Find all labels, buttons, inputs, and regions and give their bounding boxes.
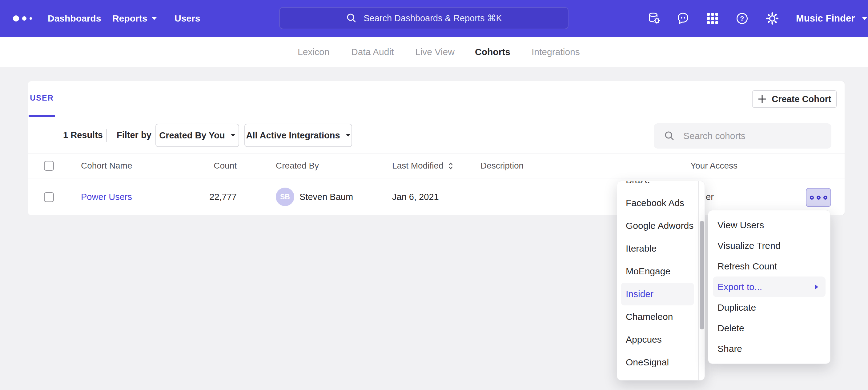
- top-navigation-bar: Dashboards Reports Users Search Dashboar…: [0, 0, 868, 37]
- column-header-count[interactable]: Count: [175, 154, 237, 178]
- menu-item-iterable[interactable]: Iterable: [617, 237, 696, 260]
- select-all-checkbox[interactable]: [44, 161, 54, 171]
- dot-icon: [816, 196, 820, 200]
- menu-item-onesignal[interactable]: OneSignal: [617, 351, 696, 374]
- row-more-actions-button[interactable]: [806, 188, 831, 207]
- tab-live-view[interactable]: Live View: [415, 37, 455, 67]
- nav-dashboards-label: Dashboards: [48, 13, 101, 24]
- plus-icon: [757, 94, 767, 104]
- submenu-arrow-icon: [814, 284, 819, 290]
- tab-lexicon[interactable]: Lexicon: [298, 37, 329, 67]
- tab-live-view-label: Live View: [415, 47, 455, 57]
- menu-item-braze[interactable]: Braze: [617, 181, 696, 192]
- menu-item-insider[interactable]: Insider: [621, 283, 694, 305]
- tab-cohorts-label: Cohorts: [475, 47, 510, 57]
- created-by-filter-dropdown[interactable]: Created By You: [155, 124, 239, 147]
- logo-dot-icon: [22, 16, 27, 21]
- cohorts-panel: USER Create Cohort 1 Results Filter by C…: [28, 81, 845, 215]
- global-search-placeholder: Search Dashboards & Reports ⌘K: [364, 13, 502, 23]
- scrollbar-track-divider: [698, 181, 699, 380]
- menu-item-export-to[interactable]: Export to...: [713, 277, 826, 297]
- nav-reports[interactable]: Reports: [112, 0, 157, 37]
- last-modified-label: Last Modified: [392, 161, 443, 171]
- global-search-input[interactable]: Search Dashboards & Reports ⌘K: [279, 7, 568, 29]
- menu-item-moengage[interactable]: MoEngage: [617, 260, 696, 283]
- dot-icon: [810, 196, 814, 200]
- last-modified-date: Jan 6, 2021: [392, 178, 439, 215]
- avatar: SB: [276, 188, 294, 206]
- menu-item-duplicate[interactable]: Duplicate: [708, 297, 830, 318]
- menu-item-view-users[interactable]: View Users: [708, 215, 830, 235]
- your-access-value-partial: er: [706, 178, 714, 215]
- tab-user-label: USER: [30, 94, 54, 102]
- results-count: 1 Results: [63, 117, 103, 153]
- nav-users[interactable]: Users: [175, 0, 200, 37]
- export-destinations-menu: Braze Facebook Ads Google Adwords Iterab…: [617, 181, 705, 381]
- menu-item-delete[interactable]: Delete: [708, 318, 830, 338]
- data-management-icon[interactable]: [647, 11, 661, 26]
- column-header-created-by[interactable]: Created By: [276, 154, 319, 178]
- tab-data-audit[interactable]: Data Audit: [351, 37, 394, 67]
- cohort-table-row: Power Users 22,777 SB Steven Baum Jan 6,…: [28, 178, 845, 215]
- export-to-label: Export to...: [717, 282, 762, 292]
- menu-item-facebook-ads[interactable]: Facebook Ads: [617, 192, 696, 215]
- cohorts-page: Dashboards Reports Users Search Dashboar…: [0, 0, 868, 390]
- project-switcher[interactable]: Music Finder: [796, 0, 868, 37]
- filter-by-label: Filter by: [117, 117, 151, 153]
- column-header-your-access[interactable]: Your Access: [690, 154, 738, 178]
- scrollbar-thumb[interactable]: [700, 221, 704, 329]
- divider: [106, 129, 107, 142]
- export-destinations-list: Braze Facebook Ads Google Adwords Iterab…: [617, 181, 696, 374]
- project-name: Music Finder: [796, 13, 855, 24]
- tab-user-cohorts[interactable]: USER: [29, 81, 55, 117]
- logo-dot-icon: [13, 15, 19, 22]
- settings-gear-icon[interactable]: [765, 11, 779, 26]
- chevron-down-icon: [862, 17, 868, 20]
- menu-item-chameleon[interactable]: Chameleon: [617, 305, 696, 328]
- cohort-count: 22,777: [175, 178, 237, 215]
- dot-icon: [824, 196, 827, 200]
- menu-item-google-adwords[interactable]: Google Adwords: [617, 215, 696, 237]
- search-icon: [346, 12, 358, 24]
- created-by-name: Steven Baum: [300, 178, 353, 215]
- app-logo[interactable]: [13, 0, 32, 37]
- tab-cohorts[interactable]: Cohorts: [475, 37, 510, 67]
- column-header-cohort-name[interactable]: Cohort Name: [81, 154, 132, 178]
- tab-integrations[interactable]: Integrations: [532, 37, 580, 67]
- integrations-filter-value: All Active Integrations: [246, 130, 340, 140]
- nav-reports-label: Reports: [112, 13, 147, 24]
- chevron-down-icon: [230, 134, 236, 137]
- column-header-description[interactable]: Description: [480, 154, 524, 178]
- tab-data-audit-label: Data Audit: [351, 47, 394, 57]
- chevron-down-icon: [346, 134, 350, 137]
- sort-icon: [448, 162, 454, 170]
- integrations-filter-dropdown[interactable]: All Active Integrations: [244, 124, 352, 147]
- created-by-filter-value: Created By You: [159, 130, 225, 140]
- apps-grid-icon[interactable]: [706, 11, 720, 26]
- menu-item-visualize-trend[interactable]: Visualize Trend: [708, 235, 830, 256]
- table-header-row: Cohort Name Count Created By Last Modifi…: [28, 154, 845, 178]
- svg-text:?: ?: [740, 15, 744, 23]
- cohort-search-input[interactable]: [654, 123, 831, 149]
- nav-users-label: Users: [175, 13, 200, 24]
- create-cohort-label: Create Cohort: [772, 94, 831, 104]
- nav-dashboards[interactable]: Dashboards: [48, 0, 101, 37]
- help-icon[interactable]: ?: [735, 11, 749, 26]
- tab-integrations-label: Integrations: [532, 47, 580, 57]
- cohort-search: [654, 123, 831, 149]
- feedback-chat-icon[interactable]: [676, 11, 690, 26]
- row-checkbox[interactable]: [44, 192, 54, 202]
- menu-item-share[interactable]: Share: [708, 338, 830, 359]
- tab-lexicon-label: Lexicon: [298, 47, 329, 57]
- section-tabs: Lexicon Data Audit Live View Cohorts Int…: [0, 37, 868, 67]
- filters-row: 1 Results Filter by Created By You All A…: [28, 117, 845, 153]
- create-cohort-button[interactable]: Create Cohort: [752, 90, 837, 108]
- logo-dot-icon: [30, 17, 32, 20]
- menu-item-refresh-count[interactable]: Refresh Count: [708, 256, 830, 277]
- column-header-last-modified[interactable]: Last Modified: [392, 154, 454, 178]
- menu-item-appcues[interactable]: Appcues: [617, 328, 696, 351]
- cohort-actions-menu: View Users Visualize Trend Refresh Count…: [708, 210, 831, 364]
- chevron-down-icon: [151, 17, 157, 20]
- cohort-name-link[interactable]: Power Users: [81, 178, 132, 215]
